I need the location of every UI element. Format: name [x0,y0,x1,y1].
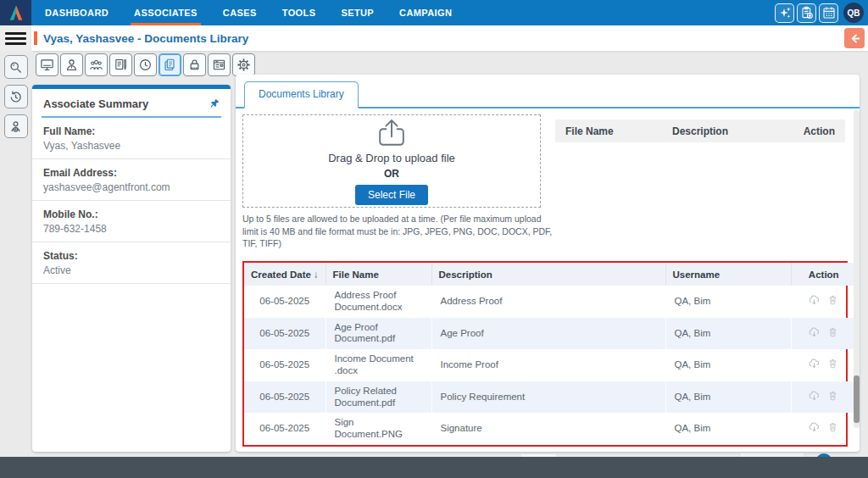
cell-username: QA, Bim [665,413,791,445]
nav-dashboard[interactable]: DASHBOARD [32,0,121,25]
delete-button[interactable] [827,421,838,433]
documents-library-button[interactable] [159,53,181,76]
nav-tools[interactable]: TOOLS [270,0,329,25]
lock-icon [187,58,202,72]
nav-cases[interactable]: CASES [210,0,270,25]
header-file-name[interactable]: File Name [326,263,431,286]
nav-actions: QB [775,0,868,25]
cell-description: Income Proof [431,349,665,381]
footer-bar [0,457,868,478]
documents-table: Created Date↓ File Name Description User… [244,263,854,445]
cell-file-name: Age Proof Document.pdf [326,318,431,350]
arrow-left-icon [849,32,861,45]
field-value: yashasvee@agentfront.com [43,181,220,193]
trash-icon [827,390,838,402]
download-button[interactable] [808,294,821,306]
delete-button[interactable] [827,358,838,370]
cloud-download-icon [808,326,821,338]
calendar-icon [822,6,836,19]
cell-username: QA, Bim [665,349,791,381]
download-button[interactable] [808,326,821,338]
copy-documents-icon [163,58,177,72]
monitor-button[interactable] [36,53,58,76]
cell-created-date: 06-05-2025 [244,413,326,445]
clipboard-add-button[interactable] [797,3,816,23]
panel-title: Associate Summary [43,97,148,110]
field-label: Mobile No.: [43,208,220,220]
vertical-scrollbar[interactable] [854,110,860,428]
cloud-download-icon [808,390,821,402]
user-avatar[interactable]: QB [843,3,864,23]
col-description: Description [655,125,745,137]
download-button[interactable] [808,358,821,370]
download-button[interactable] [808,390,821,402]
history-button[interactable] [4,85,28,108]
cell-file-name: Income Document .docx [326,349,431,381]
delete-button[interactable] [827,326,838,338]
delete-button[interactable] [827,390,838,402]
person-button[interactable] [60,53,83,76]
lock-button[interactable] [183,53,206,76]
download-button[interactable] [808,421,821,433]
cell-description: Address Proof [431,286,665,318]
trash-icon [827,358,838,370]
form-window-button[interactable] [208,53,231,76]
pin-button[interactable] [208,98,220,110]
delete-button[interactable] [827,294,838,306]
nav-campaign[interactable]: CAMPAIGN [387,0,465,25]
back-button[interactable] [844,28,865,48]
header-description[interactable]: Description [431,263,665,286]
table-row: 06-05-2025 Policy Related Document.pdf P… [244,381,854,414]
calendar-button[interactable] [819,3,838,23]
header-username[interactable]: Username [665,263,791,286]
form-window-icon [212,58,226,72]
cell-description: Signature [431,413,665,445]
nav-associates[interactable]: ASSOCIATES [121,0,210,25]
tab-documents-library[interactable]: Documents Library [244,81,359,108]
left-rail [0,51,31,457]
documents-pen-icon [114,58,128,72]
top-nav-bar: DASHBOARD ASSOCIATES CASES TOOLS SETUP C… [0,0,868,25]
search-icon [8,60,23,75]
cell-created-date: 06-05-2025 [244,349,326,381]
hamburger-menu[interactable] [0,25,31,51]
tab-bar: Documents Library [236,75,860,108]
select-file-button[interactable]: Select File [355,185,428,205]
header-action: Action [791,263,854,286]
app-logo[interactable] [0,0,31,25]
table-row: 06-05-2025 Income Document .docx Income … [244,349,854,381]
cell-file-name: Sign Document.PNG [326,413,431,445]
trash-icon [827,421,838,433]
nav-setup[interactable]: SETUP [328,0,387,25]
trash-icon [827,326,838,338]
field-value: Vyas, Yashasvee [43,140,220,152]
cell-created-date: 06-05-2025 [244,286,326,318]
group-button[interactable] [85,53,108,76]
or-label: OR [384,168,399,180]
table-header-row: Created Date↓ File Name Description User… [244,263,854,286]
clock-button[interactable] [134,53,157,76]
cell-file-name: Policy Related Document.pdf [326,381,431,414]
cloud-download-icon [808,421,821,433]
upload-dropzone[interactable]: Drag & Drop to upload file OR Select Fil… [242,114,541,208]
documents-pen-button[interactable] [109,53,132,76]
cloud-download-icon [808,294,821,306]
search-button[interactable] [4,55,28,79]
cell-description: Age Proof [431,318,665,350]
field-value: 789-632-1458 [43,223,220,235]
page-title: Vyas, Yashasvee - Documents Library [43,32,248,45]
settings-button[interactable] [232,53,255,76]
documents-table-highlight: Created Date↓ File Name Description User… [242,261,848,447]
scrollbar-thumb[interactable] [854,375,860,423]
field-label: Email Address: [43,167,220,179]
trash-icon [827,294,838,306]
table-row: 06-05-2025 Sign Document.PNG Signature Q… [244,413,854,445]
sparkles-button[interactable] [775,3,794,23]
app-window: DASHBOARD ASSOCIATES CASES TOOLS SETUP C… [0,0,868,478]
associate-summary-panel: Associate Summary Full Name: Vyas, Yasha… [32,85,231,452]
record-toolbar [36,53,255,76]
header-created-date[interactable]: Created Date↓ [244,263,326,286]
cell-created-date: 06-05-2025 [244,381,326,414]
person-add-button[interactable] [4,114,28,138]
cell-created-date: 06-05-2025 [244,318,326,350]
